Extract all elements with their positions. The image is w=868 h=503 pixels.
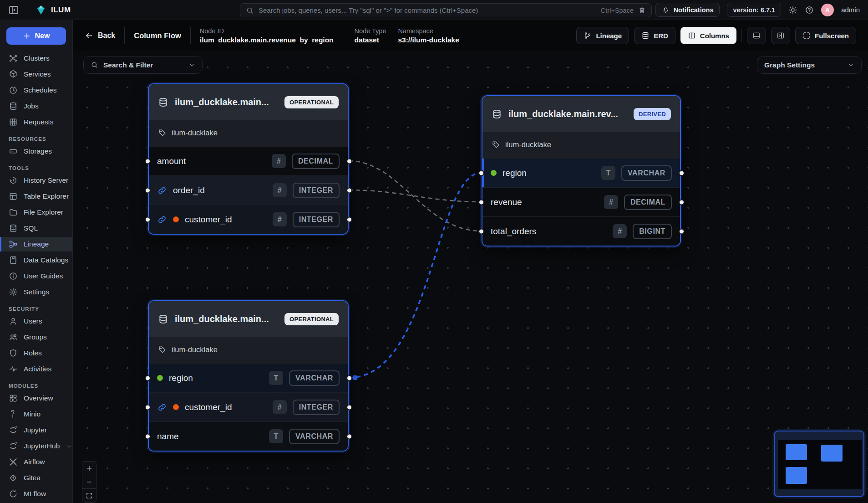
- sidebar-item-gitea[interactable]: Gitea: [0, 471, 72, 485]
- columns-view-button[interactable]: Columns: [680, 27, 736, 44]
- sidebar-item-table-explorer[interactable]: Table Explorer: [0, 189, 72, 204]
- new-button[interactable]: New: [6, 27, 66, 45]
- sidebar-item-airflow[interactable]: Airflow: [0, 455, 72, 469]
- sidebar-item-roles[interactable]: Roles: [0, 346, 72, 360]
- numeric-kind-badge: #: [613, 224, 627, 238]
- sidebar-item-user-guides[interactable]: User Guides: [0, 269, 72, 283]
- namespace-field: Namespace s3://ilum-ducklake: [398, 27, 459, 44]
- column-row-order-id[interactable]: order_id # INTEGER: [149, 175, 348, 205]
- column-row-name[interactable]: name T VARCHAR: [149, 421, 348, 451]
- node-id-field: Node ID ilum_ducklake.main.revenue_by_re…: [200, 27, 334, 44]
- erd-view-button[interactable]: ERD: [634, 27, 675, 44]
- node-title: ilum_ducklake.main.rev...: [508, 109, 627, 119]
- sidebar-item-jobs[interactable]: Jobs: [0, 99, 72, 113]
- dataset-node-revenue-by-region[interactable]: ilum_ducklake.main.rev... DERIVED ilum-d…: [482, 95, 681, 246]
- dataset-node-customers[interactable]: ilum_ducklake.main... OPERATIONAL ilum-d…: [148, 300, 349, 452]
- theme-toggle-sun-icon[interactable]: [788, 5, 797, 15]
- sidebar-item-jupyter[interactable]: Jupyter: [0, 423, 72, 437]
- status-badge: OPERATIONAL: [284, 96, 339, 108]
- panel-bottom-button[interactable]: [747, 27, 766, 44]
- sidebar-item-storages[interactable]: Storages: [0, 144, 72, 159]
- notifications-button[interactable]: Notifications: [655, 3, 720, 17]
- column-port-left[interactable]: [145, 375, 151, 381]
- column-row-total-orders[interactable]: total_orders # BIGINT: [482, 216, 680, 246]
- sidebar-item-users[interactable]: Users: [0, 314, 72, 328]
- chevron-down-icon: [188, 62, 195, 68]
- schedules-icon: [9, 86, 18, 95]
- fullscreen-button[interactable]: Fullscreen: [795, 27, 856, 44]
- column-row-customer-id[interactable]: customer_id # INTEGER: [149, 205, 348, 234]
- lineage-view-button[interactable]: Lineage: [576, 27, 629, 44]
- sidebar-item-data-catalogs[interactable]: Data Catalogs: [0, 253, 72, 267]
- column-port-left[interactable]: [145, 158, 151, 164]
- column-row-region[interactable]: region T VARCHAR: [149, 363, 348, 392]
- dataset-node-orders[interactable]: ilum_ducklake.main... OPERATIONAL ilum-d…: [148, 83, 349, 235]
- flow-header: Back Column Flow Node ID ilum_ducklake.m…: [73, 20, 868, 51]
- app-name: ILUM: [51, 5, 71, 15]
- help-icon[interactable]: [805, 5, 814, 15]
- column-row-amount[interactable]: amount # DECIMAL: [149, 146, 348, 175]
- global-search-input[interactable]: Search jobs, queries, users... Try "sql"…: [240, 3, 652, 17]
- sidebar-item-minio[interactable]: Minio: [0, 407, 72, 421]
- sidebar-item-mlflow[interactable]: MLflow: [0, 487, 72, 501]
- column-port-right[interactable]: [346, 404, 352, 410]
- zoom-out-button[interactable]: [82, 475, 96, 489]
- column-type-badge: INTEGER: [293, 183, 340, 198]
- avatar[interactable]: A: [821, 4, 834, 16]
- column-port-left[interactable]: [478, 228, 484, 234]
- sidebar-item-sql[interactable]: SQL: [0, 221, 72, 236]
- sidebar-item-clusters[interactable]: Clusters: [0, 51, 72, 66]
- sidebar-item-settings[interactable]: Settings: [0, 285, 72, 299]
- user-guides-icon: [9, 272, 18, 281]
- requests-icon: [9, 118, 18, 127]
- column-port-left[interactable]: [145, 433, 151, 439]
- column-row-revenue[interactable]: revenue # DECIMAL: [482, 187, 680, 216]
- text-kind-badge: T: [269, 371, 283, 385]
- overview-grid-icon: [9, 394, 18, 403]
- minimap-node: [786, 444, 807, 460]
- column-port-right[interactable]: [679, 228, 685, 234]
- chevron-down-icon: [66, 443, 72, 449]
- edge-region-to-region: [349, 173, 482, 378]
- column-port-right[interactable]: [679, 199, 685, 205]
- column-row-customer-id[interactable]: customer_id # INTEGER: [149, 392, 348, 421]
- sidebar-item-services[interactable]: Services: [0, 67, 72, 82]
- edge-amount-to-total-orders: [349, 161, 482, 231]
- column-port-left[interactable]: [145, 216, 151, 222]
- column-port-right[interactable]: [346, 187, 352, 193]
- column-port-right[interactable]: [346, 158, 352, 164]
- sidebar-item-schedules[interactable]: Schedules: [0, 83, 72, 98]
- sidebar-item-jupyterhub[interactable]: JupyterHub: [0, 439, 72, 453]
- column-port-left[interactable]: [145, 187, 151, 193]
- sidebar-collapse-icon[interactable]: [8, 5, 19, 15]
- column-port-right[interactable]: [346, 216, 352, 222]
- sidebar-item-overview[interactable]: Overview: [0, 391, 72, 405]
- sidebar-item-lineage[interactable]: Lineage: [0, 237, 72, 252]
- plus-icon: [23, 32, 31, 40]
- fit-view-button[interactable]: [82, 488, 96, 503]
- graph-settings-pill[interactable]: Graph Settings: [757, 56, 862, 74]
- sidebar-item-requests[interactable]: Requests: [0, 115, 72, 129]
- zoom-in-button[interactable]: [82, 461, 96, 475]
- sidebar-item-file-explorer[interactable]: File Explorer: [0, 205, 72, 220]
- back-button[interactable]: Back: [85, 31, 115, 40]
- panel-right-button[interactable]: [771, 27, 790, 44]
- column-port-right[interactable]: [679, 170, 685, 176]
- column-port-left[interactable]: [145, 404, 151, 410]
- search-shortcut: Ctrl+Space: [601, 7, 634, 14]
- search-placeholder: Search jobs, queries, users... Try "sql"…: [259, 6, 596, 14]
- sidebar-item-activities[interactable]: Activities: [0, 362, 72, 376]
- column-row-region[interactable]: region T VARCHAR: [482, 158, 680, 187]
- search-filter-pill[interactable]: Search & Filter: [83, 56, 203, 74]
- column-port-left[interactable]: [478, 199, 484, 205]
- node-title: ilum_ducklake.main...: [175, 314, 278, 324]
- lineage-canvas[interactable]: Search & Filter Graph Settings ilum_duck…: [73, 51, 868, 503]
- trash-icon[interactable]: [638, 6, 646, 14]
- column-port-left[interactable]: [478, 170, 484, 176]
- sidebar-item-groups[interactable]: Groups: [0, 330, 72, 344]
- column-port-right[interactable]: [346, 433, 352, 439]
- sidebar-item-history-server[interactable]: History Server: [0, 173, 72, 188]
- column-port-right[interactable]: [346, 375, 352, 381]
- numeric-kind-badge: #: [272, 154, 286, 168]
- minimap[interactable]: [774, 431, 864, 497]
